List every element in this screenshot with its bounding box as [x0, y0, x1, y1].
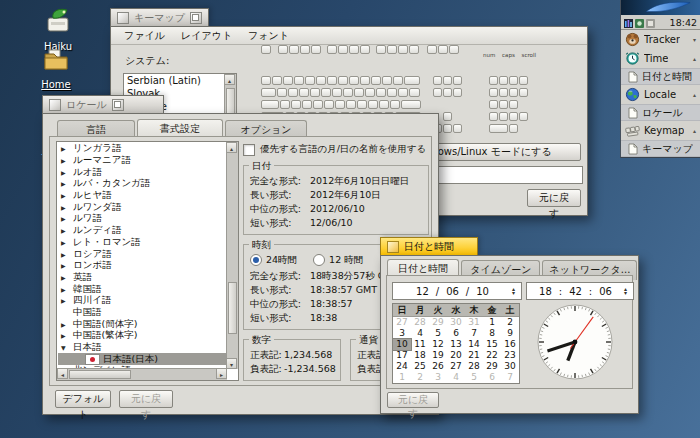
list-item[interactable]: Serbian (Latin): [124, 74, 236, 87]
tray-clock[interactable]: 18:42: [670, 17, 697, 28]
keyboard-key[interactable]: [453, 124, 462, 133]
language-list-item[interactable]: 日本語(日本): [58, 353, 226, 365]
keyboard-key[interactable]: [338, 76, 348, 85]
keyboard-key[interactable]: [519, 88, 528, 97]
language-list-item[interactable]: ▶ロンボ語: [58, 260, 226, 272]
revert-button[interactable]: 元に戻す: [527, 189, 581, 207]
calendar-day[interactable]: 8: [483, 328, 501, 339]
calendar-day[interactable]: 26: [429, 361, 447, 372]
keyboard-key[interactable]: [443, 124, 452, 133]
keyboard-key[interactable]: [272, 76, 282, 85]
close-icon[interactable]: [49, 99, 61, 111]
calendar-day[interactable]: 25: [411, 361, 429, 372]
tree-expander-icon[interactable]: ▶: [61, 286, 70, 293]
checkbox[interactable]: [243, 144, 255, 156]
expander-arrow-icon[interactable]: ▾: [693, 36, 696, 43]
calendar-day[interactable]: 21: [465, 350, 483, 361]
calendar-day[interactable]: 5: [429, 328, 447, 339]
deskbar-app-item[interactable]: Time▴: [621, 49, 700, 68]
keyboard-key[interactable]: [489, 76, 498, 85]
deskbar-window-item[interactable]: キーマップ: [621, 140, 700, 157]
default-button[interactable]: デフォルト: [55, 390, 111, 408]
language-list-item[interactable]: ▶レト・ロマン語: [58, 237, 226, 249]
keyboard-key[interactable]: [376, 45, 386, 54]
tree-expander-icon[interactable]: ▶: [61, 215, 70, 222]
language-list-item[interactable]: ▶ルワ語: [58, 213, 226, 225]
language-list-item[interactable]: ▶中国語(簡体字): [58, 318, 226, 330]
calendar-day[interactable]: 10: [393, 339, 411, 350]
tree-expander-icon[interactable]: ▶: [61, 297, 70, 304]
keyboard-key[interactable]: [409, 45, 419, 54]
tree-expander-icon[interactable]: ▶: [61, 321, 70, 328]
tree-expander-icon[interactable]: ▶: [61, 332, 70, 339]
revert-button[interactable]: 元に戻す: [387, 392, 439, 408]
calendar-day[interactable]: 7: [501, 372, 519, 383]
locale-window-titlebar[interactable]: ロケール: [42, 95, 164, 113]
spinner-arrows-icon[interactable]: ▴▾: [621, 287, 630, 295]
calendar-day[interactable]: 18: [411, 350, 429, 361]
language-list-item[interactable]: ▶中国語(繁体字): [58, 330, 226, 342]
keyboard-key[interactable]: [499, 100, 508, 109]
tree-expander-icon[interactable]: ▶: [61, 145, 70, 152]
keyboard-key[interactable]: [338, 45, 348, 54]
calendar-day[interactable]: 28: [411, 317, 429, 328]
keyboard-key[interactable]: [316, 76, 326, 85]
datetime-window-titlebar[interactable]: 日付と時間: [380, 237, 478, 255]
keyboard-key[interactable]: [489, 112, 498, 121]
keyboard-key[interactable]: [443, 76, 452, 85]
keyboard-key[interactable]: [519, 76, 528, 85]
tray-icon-1[interactable]: [624, 13, 633, 32]
spinner-arrows-icon[interactable]: ▴▾: [509, 287, 518, 295]
language-list-item[interactable]: ▼日本語: [58, 342, 226, 354]
keyboard-key[interactable]: [509, 100, 518, 109]
keyboard-key[interactable]: [349, 45, 359, 54]
keyboard-key[interactable]: [453, 76, 462, 85]
keyboard-key[interactable]: [509, 112, 518, 121]
tree-expander-icon[interactable]: ▶: [61, 227, 70, 234]
language-list-item[interactable]: ▶ルーマニア語: [58, 155, 226, 167]
keyboard-key[interactable]: [398, 45, 408, 54]
language-list-item[interactable]: ▶ルンディ語: [58, 225, 226, 237]
keyboard-key[interactable]: [371, 76, 381, 85]
calendar-day[interactable]: 29: [483, 361, 501, 372]
calendar-day[interactable]: 2: [501, 317, 519, 328]
expander-arrow-icon[interactable]: ▴: [693, 127, 696, 134]
close-icon[interactable]: [117, 12, 129, 24]
calendar-day[interactable]: 3: [393, 328, 411, 339]
scrollbar-thumb[interactable]: [69, 370, 131, 379]
calendar-day[interactable]: 3: [429, 372, 447, 383]
calendar-day[interactable]: 4: [447, 372, 465, 383]
deskbar-window-item[interactable]: 日付と時間: [621, 68, 700, 85]
keyboard-key[interactable]: [509, 124, 518, 133]
keyboard-key[interactable]: [327, 76, 337, 85]
menu-file[interactable]: ファイル: [116, 29, 173, 43]
language-list-item[interactable]: ▶韓国語: [58, 283, 226, 295]
calendar-day[interactable]: 28: [465, 361, 483, 372]
revert-button[interactable]: 元に戻す: [119, 390, 173, 408]
language-list-item[interactable]: ▶ルバ・カタンガ語: [58, 178, 226, 190]
calendar-day[interactable]: 2: [411, 372, 429, 383]
keyboard-key[interactable]: [443, 112, 452, 121]
language-list[interactable]: ▶リンガラ語▶ルーマニア語▶ルオ語▶ルバ・カタンガ語▶ルヒヤ語▶ルワンダ語▶ルワ…: [56, 141, 239, 381]
deskbar-app-item[interactable]: Locale▴: [621, 85, 700, 104]
keyboard-key[interactable]: [393, 76, 403, 85]
tree-expander-icon[interactable]: ▶: [61, 204, 70, 211]
keyboard-key[interactable]: [261, 76, 271, 85]
calendar-day[interactable]: 9: [501, 328, 519, 339]
calendar-day[interactable]: 22: [483, 350, 501, 361]
keyboard-key[interactable]: [289, 45, 299, 54]
tray-icon-2[interactable]: [635, 13, 644, 32]
calendar-day[interactable]: 29: [429, 317, 447, 328]
calendar-day[interactable]: 15: [483, 339, 501, 350]
tree-expander-icon[interactable]: ▶: [61, 169, 70, 176]
keyboard-key[interactable]: [382, 76, 392, 85]
calendar-day[interactable]: 1: [393, 372, 411, 383]
keyboard-key[interactable]: [360, 76, 370, 85]
keyboard-key[interactable]: [499, 88, 508, 97]
language-list-item[interactable]: ▶ルヒヤ語: [58, 190, 226, 202]
calendar-day[interactable]: 12: [429, 339, 447, 350]
calendar-day[interactable]: 23: [501, 350, 519, 361]
calendar-day[interactable]: 7: [465, 328, 483, 339]
calendar-day[interactable]: 20: [447, 350, 465, 361]
keyboard-key[interactable]: [387, 45, 397, 54]
